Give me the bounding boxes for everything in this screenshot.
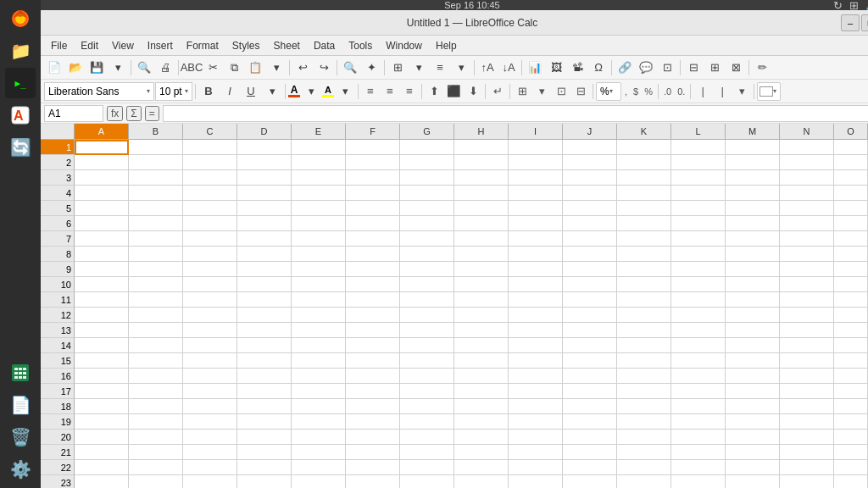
col-header-a[interactable]: A [75, 124, 129, 139]
cell-O5[interactable] [834, 201, 868, 216]
cell-G5[interactable] [400, 201, 454, 216]
cell-I1[interactable] [509, 140, 563, 155]
cell-L11[interactable] [671, 292, 726, 308]
wrap-button[interactable]: ↵ [488, 82, 507, 101]
find-button[interactable]: 🔍 [340, 58, 360, 77]
cell-I17[interactable] [509, 384, 563, 399]
cell-G3[interactable] [400, 170, 454, 186]
font-color-dropdown[interactable]: ▾ [301, 82, 321, 101]
cell-J14[interactable] [563, 338, 617, 353]
cell-E19[interactable] [292, 414, 346, 430]
cell-N1[interactable] [780, 140, 834, 155]
cell-D2[interactable] [237, 155, 292, 170]
cell-H1[interactable] [454, 140, 509, 155]
align-center-button[interactable]: ≡ [381, 82, 399, 101]
cell-A10[interactable] [75, 277, 129, 292]
cell-M12[interactable] [726, 308, 780, 323]
menu-edit[interactable]: Edit [74, 38, 105, 53]
cell-K13[interactable] [617, 323, 671, 338]
cell-L1[interactable] [671, 140, 726, 155]
row-number-14[interactable]: 14 [41, 338, 75, 353]
cell-J10[interactable] [563, 277, 617, 292]
cell-B21[interactable] [129, 445, 183, 460]
comment-button[interactable]: 💬 [636, 58, 656, 77]
cell-I16[interactable] [509, 369, 563, 384]
row-number-13[interactable]: 13 [41, 323, 75, 338]
cell-L7[interactable] [671, 231, 726, 247]
cell-C16[interactable] [183, 369, 237, 384]
cell-E23[interactable] [292, 475, 346, 488]
row-number-23[interactable]: 23 [41, 475, 75, 488]
cell-C21[interactable] [183, 445, 237, 460]
print-preview-button[interactable]: 🔍 [134, 58, 154, 77]
menu-insert[interactable]: Insert [141, 38, 180, 53]
cell-C23[interactable] [183, 475, 237, 488]
cell-L21[interactable] [671, 445, 726, 460]
cell-I21[interactable] [509, 445, 563, 460]
cell-A15[interactable] [75, 353, 129, 369]
cell-K11[interactable] [617, 292, 671, 308]
cell-F6[interactable] [346, 216, 400, 231]
formula-fx-button[interactable]: fx [107, 106, 123, 121]
cell-I14[interactable] [509, 338, 563, 353]
cell-G14[interactable] [400, 338, 454, 353]
cell-F11[interactable] [346, 292, 400, 308]
cell-M9[interactable] [726, 262, 780, 277]
col-header-i[interactable]: I [509, 124, 563, 139]
row-number-15[interactable]: 15 [41, 353, 75, 369]
cell-G23[interactable] [400, 475, 454, 488]
symbols-button[interactable]: Ω [588, 58, 609, 77]
cell-L3[interactable] [671, 170, 726, 186]
cell-H20[interactable] [454, 430, 509, 445]
row-number-1[interactable]: 1 [41, 140, 75, 155]
merge-dropdown[interactable]: ▾ [532, 82, 551, 101]
cell-D3[interactable] [237, 170, 292, 186]
cell-A16[interactable] [75, 369, 129, 384]
cell-F18[interactable] [346, 399, 400, 414]
cell-B16[interactable] [129, 369, 183, 384]
cell-G2[interactable] [400, 155, 454, 170]
cell-E7[interactable] [292, 231, 346, 247]
formula-equals-button[interactable]: = [145, 106, 159, 121]
cell-I11[interactable] [509, 292, 563, 308]
cell-B14[interactable] [129, 338, 183, 353]
cell-L19[interactable] [671, 414, 726, 430]
cell-C3[interactable] [183, 170, 237, 186]
freeze-button[interactable]: ⊟ [683, 58, 704, 77]
cell-F12[interactable] [346, 308, 400, 323]
cell-B1[interactable] [129, 140, 183, 155]
merge-button[interactable]: ⊡ [657, 58, 677, 77]
cell-O1[interactable] [834, 140, 868, 155]
cell-D9[interactable] [237, 262, 292, 277]
cell-O19[interactable] [834, 414, 868, 430]
cell-M22[interactable] [726, 460, 780, 475]
cell-E21[interactable] [292, 445, 346, 460]
cell-C15[interactable] [183, 353, 237, 369]
cell-B11[interactable] [129, 292, 183, 308]
cell-N13[interactable] [780, 323, 834, 338]
cell-M20[interactable] [726, 430, 780, 445]
menu-file[interactable]: File [44, 38, 74, 53]
cell-A14[interactable] [75, 338, 129, 353]
cell-E6[interactable] [292, 216, 346, 231]
cell-N2[interactable] [780, 155, 834, 170]
print-button[interactable]: 🖨 [155, 58, 175, 77]
cell-A19[interactable] [75, 414, 129, 430]
presenter-button[interactable]: 📽 [567, 58, 587, 77]
sort-asc-button[interactable]: ↑A [477, 58, 498, 77]
cell-J6[interactable] [563, 216, 617, 231]
cell-O14[interactable] [834, 338, 868, 353]
cell-E17[interactable] [292, 384, 346, 399]
col-header-j[interactable]: J [563, 124, 617, 139]
cell-L23[interactable] [671, 475, 726, 488]
cell-E3[interactable] [292, 170, 346, 186]
cell-I4[interactable] [509, 186, 563, 201]
cell-O13[interactable] [834, 323, 868, 338]
cell-A5[interactable] [75, 201, 129, 216]
row-number-12[interactable]: 12 [41, 308, 75, 323]
cell-J16[interactable] [563, 369, 617, 384]
cell-C20[interactable] [183, 430, 237, 445]
cell-D7[interactable] [237, 231, 292, 247]
cell-D20[interactable] [237, 430, 292, 445]
cell-C22[interactable] [183, 460, 237, 475]
